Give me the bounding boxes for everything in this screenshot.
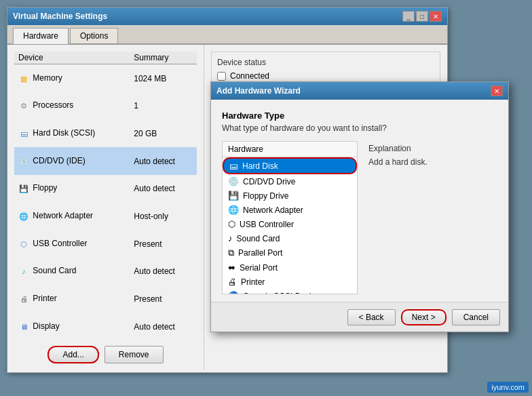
hardware-item[interactable]: ⧉ Parallel Port xyxy=(223,245,357,260)
tab-hardware[interactable]: Hardware xyxy=(13,28,69,44)
hw-label: Network Adapter xyxy=(243,205,303,215)
explanation-text: Add a hard disk. xyxy=(368,157,495,167)
device-row[interactable]: 🖨 Printer Present xyxy=(14,285,197,313)
hw-icon: 🖨 xyxy=(228,277,237,287)
wizard-title: Add Hardware Wizard xyxy=(216,86,301,96)
device-name: Sound Card xyxy=(33,266,76,275)
device-name: Printer xyxy=(33,294,56,303)
device-summary: Auto detect xyxy=(130,147,197,175)
hw-label: CD/DVD Drive xyxy=(243,177,295,186)
cdrom-icon: 💿 xyxy=(18,156,29,167)
col-device: Device xyxy=(14,52,130,64)
device-name: Hard Disk (SCSI) xyxy=(33,128,95,138)
connected-label: Connected xyxy=(230,71,269,81)
hw-label: Floppy Drive xyxy=(243,191,288,201)
wizard-body: Hardware 🖴 Hard Disk 💿 CD/DVD Drive 💾 Fl… xyxy=(222,141,497,294)
hardware-item[interactable]: 🖨 Printer xyxy=(223,275,357,289)
hw-label: Generic SCSI Device xyxy=(243,292,320,295)
device-summary: 1024 MB xyxy=(130,64,197,93)
hardware-item[interactable]: 🌐 Network Adapter xyxy=(223,203,357,217)
device-row[interactable]: ⬡ USB Controller Present xyxy=(14,230,197,258)
next-button[interactable]: Next > xyxy=(401,309,446,325)
hw-icon: ♪ xyxy=(228,233,233,243)
device-row[interactable]: ▦ Memory 1024 MB xyxy=(14,64,197,93)
usb-icon: ⬡ xyxy=(18,239,29,250)
hw-icon: 🖴 xyxy=(229,161,238,171)
sound-icon: ♪ xyxy=(18,266,29,277)
processor-icon: ⚙ xyxy=(18,100,29,111)
hardware-item[interactable]: 💿 CD/DVD Drive xyxy=(223,174,357,189)
device-name: CD/DVD (IDE) xyxy=(33,156,85,165)
tab-options[interactable]: Options xyxy=(70,28,118,43)
device-row[interactable]: 💾 Floppy Auto detect xyxy=(14,175,197,203)
printer-icon: 🖨 xyxy=(18,294,29,304)
device-row[interactable]: ♪ Sound Card Auto detect xyxy=(14,258,197,285)
wizard-content: Hardware Type What type of hardware do y… xyxy=(211,100,508,302)
device-name: Floppy xyxy=(33,184,57,193)
device-row[interactable]: 🌐 Network Adapter Host-only xyxy=(14,203,197,231)
device-summary: Auto detect xyxy=(130,175,197,203)
disk-icon: 🖴 xyxy=(18,128,29,139)
add-button[interactable]: Add... xyxy=(48,346,98,363)
device-summary: Present xyxy=(130,285,197,313)
device-row[interactable]: ⚙ Processors 1 xyxy=(14,92,197,120)
device-name: Processors xyxy=(33,101,73,111)
hw-icon: ⬡ xyxy=(228,219,235,229)
explanation-title: Explanation xyxy=(368,144,495,153)
device-summary: Auto detect xyxy=(130,313,197,340)
tabs-bar: Hardware Options xyxy=(7,25,447,45)
cancel-button[interactable]: Cancel xyxy=(452,309,500,325)
device-summary: 1 xyxy=(130,92,197,120)
watermark: iyunv.com xyxy=(487,382,529,393)
hardware-item[interactable]: 🖴 Hard Disk xyxy=(223,157,357,174)
hw-label: Sound Card xyxy=(237,234,280,243)
hw-label: Hard Disk xyxy=(242,161,278,171)
wizard-subtitle: What type of hardware do you want to ins… xyxy=(222,123,497,133)
device-name: Display xyxy=(33,321,59,331)
network-icon: 🌐 xyxy=(18,211,29,222)
device-name: Memory xyxy=(33,73,62,83)
maximize-button[interactable]: □ xyxy=(416,11,428,22)
hardware-item[interactable]: ⬌ Serial Port xyxy=(223,260,357,275)
device-row[interactable]: 💿 CD/DVD (IDE) Auto detect xyxy=(14,147,197,175)
hardware-item[interactable]: ♪ Sound Card xyxy=(223,231,357,245)
wizard-window: Add Hardware Wizard ✕ Hardware Type What… xyxy=(210,81,509,332)
remove-button[interactable]: Remove xyxy=(104,346,164,363)
device-name: USB Controller xyxy=(33,239,87,248)
hw-icon: 🌐 xyxy=(228,205,239,215)
memory-icon: ▦ xyxy=(18,73,29,84)
minimize-button[interactable]: _ xyxy=(402,11,415,22)
col-summary: Summary xyxy=(130,52,197,64)
device-summary: Host-only xyxy=(130,203,197,231)
hw-icon: 💾 xyxy=(228,191,239,201)
hw-icon: 🔵 xyxy=(228,291,239,294)
hw-label: Serial Port xyxy=(240,263,278,273)
hw-icon: ⧉ xyxy=(228,248,234,258)
floppy-icon: 💾 xyxy=(18,183,29,194)
hw-icon: ⬌ xyxy=(228,262,235,273)
back-button[interactable]: < Back xyxy=(347,309,396,325)
device-row[interactable]: 🖴 Hard Disk (SCSI) 20 GB xyxy=(14,120,197,148)
vm-titlebar: Virtual Machine Settings _ □ ✕ xyxy=(7,7,447,25)
device-status-title: Device status xyxy=(217,58,434,67)
hardware-list: Hardware 🖴 Hard Disk 💿 CD/DVD Drive 💾 Fl… xyxy=(222,141,358,294)
hardware-item[interactable]: 💾 Floppy Drive xyxy=(223,189,357,203)
close-button[interactable]: ✕ xyxy=(430,11,442,22)
hardware-item[interactable]: 🔵 Generic SCSI Device xyxy=(223,289,357,294)
wizard-titlebar: Add Hardware Wizard ✕ xyxy=(211,82,508,100)
hw-label: USB Controller xyxy=(240,220,294,229)
device-summary: Auto detect xyxy=(130,258,197,285)
wizard-close-button[interactable]: ✕ xyxy=(491,85,503,96)
device-panel: Device Summary ▦ Memory 1024 MB ⚙ Proces… xyxy=(7,45,204,370)
hardware-list-header: Hardware xyxy=(223,142,357,157)
hardware-item[interactable]: ⬡ USB Controller xyxy=(223,217,357,231)
device-name: Network Adapter xyxy=(33,211,93,220)
device-table: Device Summary ▦ Memory 1024 MB ⚙ Proces… xyxy=(14,52,197,340)
connected-checkbox[interactable] xyxy=(217,72,226,81)
device-row[interactable]: 🖥 Display Auto detect xyxy=(14,313,197,340)
device-summary: Present xyxy=(130,230,197,258)
vm-titlebar-buttons: _ □ ✕ xyxy=(402,11,442,22)
wizard-heading: Hardware Type xyxy=(222,111,497,121)
connected-row: Connected xyxy=(217,71,434,81)
wizard-titlebar-buttons: ✕ xyxy=(491,85,503,96)
